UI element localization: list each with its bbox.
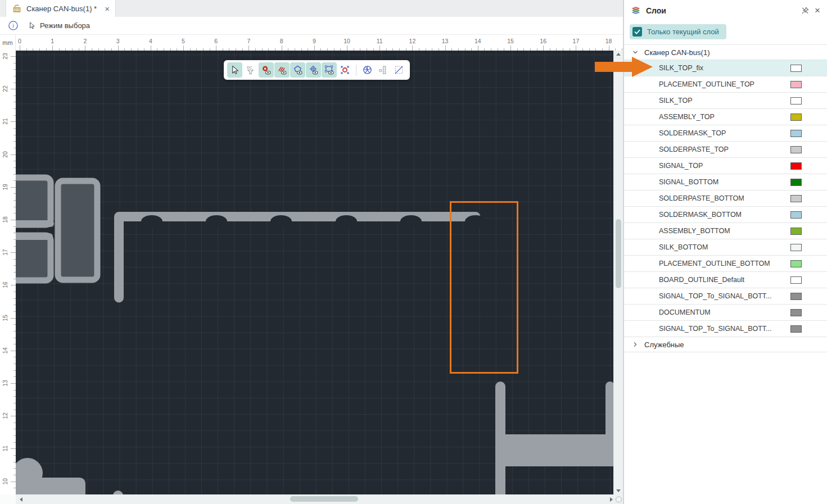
layer-color-swatch[interactable]	[790, 113, 802, 121]
layer-color-swatch[interactable]	[790, 130, 802, 137]
unpin-icon[interactable]	[801, 6, 810, 15]
layer-row[interactable]: PLACEMENT_OUTLINE_TOP	[624, 76, 827, 93]
layer-row[interactable]: DOCUMENTUM	[624, 305, 827, 321]
layer-name: SILK_TOP_fix	[659, 64, 703, 72]
ruler-number: 20	[2, 149, 8, 160]
scroll-right-icon[interactable]	[610, 497, 613, 502]
layer-name: PLACEMENT_OUTLINE_TOP	[659, 80, 754, 88]
ruler-tick	[412, 46, 413, 51]
layer-color-swatch[interactable]	[790, 260, 802, 267]
scroll-corner-knob[interactable]	[616, 496, 622, 502]
layer-row[interactable]: ASSEMBLY_TOP	[624, 109, 827, 125]
panel-close-icon[interactable]: ×	[815, 5, 820, 16]
layer-row[interactable]: SILK_TOP	[624, 93, 827, 109]
ruler-number: 15	[2, 313, 8, 323]
layer-name: SIGNAL_TOP_To_SIGNAL_BOTT...	[659, 325, 772, 333]
layer-color-swatch[interactable]	[790, 276, 802, 284]
layer-row[interactable]: SOLDERMASK_TOP	[624, 125, 827, 142]
service-group-row[interactable]: Служебные	[624, 337, 827, 352]
aperture-icon	[362, 65, 373, 75]
ruler-number: 13	[442, 38, 449, 44]
layer-color-swatch[interactable]	[790, 97, 802, 105]
layer-row[interactable]: SOLDERMASK_BOTTOM	[624, 207, 827, 223]
layer-row[interactable]: SIGNAL_BOTTOM	[624, 174, 827, 190]
layer-row[interactable]: ASSEMBLY_BOTTOM	[624, 223, 827, 239]
dc-filter-button[interactable]: DC	[243, 62, 258, 78]
board-group-row[interactable]: Сканер CAN-bus(1)	[624, 45, 827, 60]
ruler-tick	[11, 383, 16, 384]
layer-color-swatch[interactable]	[790, 293, 802, 300]
layer-color-swatch[interactable]	[790, 146, 802, 153]
layer-color-swatch[interactable]	[790, 325, 802, 333]
cursor-button[interactable]	[227, 62, 242, 78]
layers-panel: Слои × Только текущий слой	[624, 0, 827, 504]
layer-row[interactable]: SIGNAL_TOP_To_SIGNAL_BOTT...	[624, 321, 827, 337]
layer-row[interactable]: SIGNAL_TOP_To_SIGNAL_BOTT...	[624, 288, 827, 305]
region-visibility-button[interactable]	[322, 62, 337, 78]
horizontal-scroll-thumb[interactable]	[290, 496, 358, 502]
layer-color-swatch[interactable]	[790, 244, 802, 251]
only-current-layer-toggle[interactable]: Только текущий слой	[630, 24, 726, 39]
ruler-tick	[314, 46, 315, 51]
document-tab[interactable]: Сканер CAN-bus(1) * ×	[6, 0, 116, 17]
ruler-tick	[151, 46, 151, 51]
layer-color-swatch[interactable]	[790, 228, 802, 235]
ruler-number: 19	[2, 182, 8, 192]
layer-color-swatch[interactable]	[790, 179, 802, 186]
layer-row[interactable]: PLACEMENT_OUTLINE_BOTTOM	[624, 256, 827, 272]
layer-color-swatch[interactable]	[790, 211, 802, 219]
scroll-left-icon[interactable]	[20, 497, 22, 502]
pads-visibility-icon	[261, 65, 272, 75]
hatch-region-icon	[394, 65, 404, 75]
vertical-scrollbar[interactable]	[613, 51, 623, 494]
layer-row[interactable]: SIGNAL_TOP	[624, 158, 827, 174]
selection-mode-indicator[interactable]: Режим выбора	[28, 21, 90, 30]
scroll-down-icon[interactable]	[616, 489, 621, 492]
checkbox-checked-icon[interactable]	[632, 27, 642, 37]
annotation-arrow	[595, 55, 653, 81]
layer-row[interactable]: SILK_TOP_fix	[624, 60, 827, 76]
pads-visibility-button[interactable]	[259, 62, 274, 78]
horizontal-scrollbar[interactable]	[16, 494, 623, 504]
layer-name: ASSEMBLY_BOTTOM	[659, 227, 730, 235]
layer-row[interactable]: BOARD_OUTLINE_Default	[624, 272, 827, 288]
service-group-label: Служебные	[644, 340, 684, 349]
region-visibility-icon	[324, 65, 335, 75]
ruler-unit-label: mm	[0, 35, 16, 51]
layer-color-swatch[interactable]	[790, 309, 802, 316]
aperture-button[interactable]	[360, 62, 375, 78]
vertical-scroll-thumb[interactable]	[616, 219, 621, 288]
tab-close-icon[interactable]: ×	[105, 4, 110, 13]
hatch-region-button[interactable]	[391, 62, 406, 78]
traces-visibility-button[interactable]	[274, 62, 290, 78]
ruler-number: 12	[2, 411, 8, 421]
app-toolbar: i Режим выбора	[0, 17, 623, 35]
layer-name: SOLDERMASK_BOTTOM	[659, 211, 742, 219]
layer-color-swatch[interactable]	[790, 81, 802, 88]
dc-filter-icon: DC	[245, 65, 256, 75]
traces-visibility-icon	[277, 65, 287, 75]
pcb-canvas[interactable]: DC	[16, 51, 613, 494]
board-group-label: Сканер CAN-bus(1)	[644, 48, 709, 57]
layer-color-swatch[interactable]	[790, 195, 802, 202]
ruler-number: 13	[2, 378, 8, 388]
ruler-number: 14	[2, 346, 8, 356]
via-crossed-button[interactable]	[337, 62, 353, 78]
ruler-tick	[183, 46, 184, 51]
layer-color-swatch[interactable]	[790, 162, 802, 170]
layer-name: ASSEMBLY_TOP	[659, 113, 715, 121]
ruler-tick	[543, 46, 544, 51]
polygon-visibility-button[interactable]	[290, 62, 305, 78]
layer-row[interactable]: SILK_BOTTOM	[624, 239, 827, 256]
ruler-tick	[11, 56, 16, 57]
layer-color-swatch[interactable]	[790, 65, 802, 72]
layer-row[interactable]: SOLDERPASTE_TOP	[624, 142, 827, 158]
ruler-tick	[11, 416, 16, 416]
via-visibility-button[interactable]	[306, 62, 321, 78]
drill-stack-button[interactable]	[376, 62, 391, 78]
left-ruler: 2322212019181716151413121110	[0, 51, 16, 494]
chevron-right-icon[interactable]	[631, 340, 639, 348]
info-icon[interactable]: i	[8, 20, 19, 31]
layer-row[interactable]: SOLDERPASTE_BOTTOM	[624, 190, 827, 207]
selection-rectangle[interactable]	[450, 201, 518, 374]
